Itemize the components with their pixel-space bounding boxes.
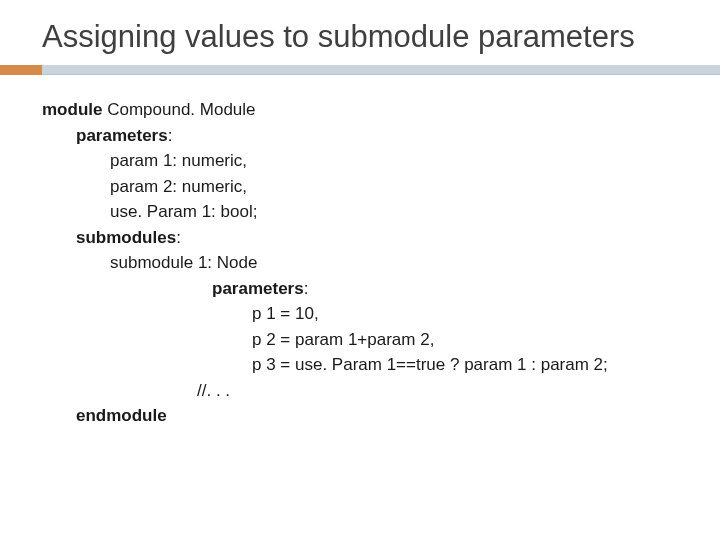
code-line: //. . .	[42, 378, 690, 404]
keyword-submodules: submodules	[76, 228, 176, 247]
code-text: :	[176, 228, 181, 247]
keyword-endmodule: endmodule	[76, 406, 167, 425]
accent-orange-block	[0, 65, 42, 75]
accent-gray-bar	[42, 65, 720, 75]
code-line: p 2 = param 1+param 2,	[42, 327, 690, 353]
code-line: submodules:	[42, 225, 690, 251]
code-line: parameters:	[42, 276, 690, 302]
code-line: use. Param 1: bool;	[42, 199, 690, 225]
slide: Assigning values to submodule parameters…	[0, 0, 720, 540]
code-block: module Compound. Module parameters: para…	[42, 97, 690, 429]
code-text: Compound. Module	[102, 100, 255, 119]
code-line: module Compound. Module	[42, 97, 690, 123]
title-underline	[0, 65, 720, 75]
keyword-parameters: parameters	[212, 279, 304, 298]
code-line: parameters:	[42, 123, 690, 149]
code-line: submodule 1: Node	[42, 250, 690, 276]
slide-title: Assigning values to submodule parameters	[42, 18, 690, 55]
keyword-module: module	[42, 100, 102, 119]
code-text: :	[304, 279, 309, 298]
keyword-parameters: parameters	[76, 126, 168, 145]
code-line: p 1 = 10,	[42, 301, 690, 327]
code-line: param 1: numeric,	[42, 148, 690, 174]
code-text: :	[168, 126, 173, 145]
code-line: param 2: numeric,	[42, 174, 690, 200]
code-line: p 3 = use. Param 1==true ? param 1 : par…	[42, 352, 690, 378]
code-line: endmodule	[42, 403, 690, 429]
